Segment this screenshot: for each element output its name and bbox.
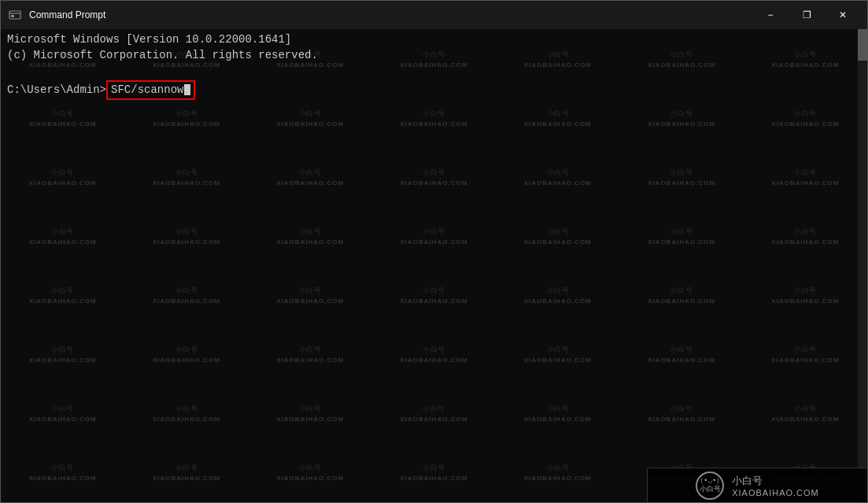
window-icon <box>7 7 23 23</box>
minimize-button[interactable]: − <box>752 1 789 29</box>
terminal-cursor <box>184 84 190 95</box>
badge-url-label: XIAOBAIHAO.COM <box>732 488 819 497</box>
scrollbar-thumb[interactable] <box>858 29 867 61</box>
terminal-body[interactable]: 小白号XIAOBAIHAO.COM 小白号XIAOBAIHAO.COM 小白号X… <box>1 29 867 502</box>
terminal-line-blank <box>7 63 861 79</box>
badge-text: 小白号 XIAOBAIHAO.COM <box>732 474 819 497</box>
svg-rect-2 <box>11 15 14 17</box>
terminal-command-box: SFC/scannow <box>106 80 195 101</box>
terminal-line-1: Microsoft Windows [Version 10.0.22000.16… <box>7 32 861 48</box>
terminal-line-2: (c) Microsoft Corporation. All rights re… <box>7 48 861 64</box>
close-button[interactable]: ✕ <box>825 1 861 29</box>
watermark-badge: （•◡•）小白号 小白号 XIAOBAIHAO.COM <box>647 468 867 502</box>
command-prompt-window: Command Prompt − ❐ ✕ 小白号XIAOBAIHAO.COM 小… <box>0 0 868 503</box>
window-controls: − ❐ ✕ <box>752 1 861 29</box>
titlebar: Command Prompt − ❐ ✕ <box>1 1 867 29</box>
badge-radio-icon: （•◡•）小白号 <box>696 472 724 500</box>
window-title: Command Prompt <box>29 9 752 20</box>
scrollbar[interactable] <box>858 29 867 502</box>
terminal-command-text: SFC/scannow <box>111 83 183 96</box>
badge-chinese-label: 小白号 <box>732 474 819 488</box>
terminal-prompt: C:\Users\Admin> <box>7 83 106 98</box>
terminal-command-line: C:\Users\Admin> SFC/scannow <box>7 80 861 101</box>
terminal-content: Microsoft Windows [Version 10.0.22000.16… <box>1 29 867 103</box>
restore-button[interactable]: ❐ <box>789 1 825 29</box>
